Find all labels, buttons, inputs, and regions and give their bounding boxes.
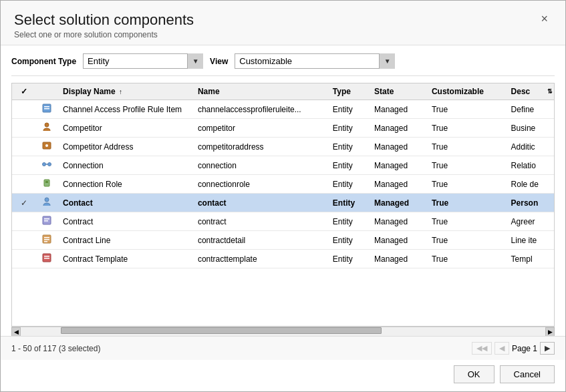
cancel-button[interactable]: Cancel bbox=[500, 365, 555, 383]
table-row[interactable]: Contract Line contractdetail Entity Mana… bbox=[12, 231, 554, 250]
dialog-title: Select solution components bbox=[14, 11, 194, 29]
name-cell: channelaccessprofileruleite... bbox=[192, 100, 327, 119]
entity-icon bbox=[41, 178, 52, 188]
svg-point-11 bbox=[45, 198, 49, 202]
row-check[interactable] bbox=[12, 175, 36, 194]
dialog-footer: 1 - 50 of 117 (3 selected) ◀◀ ◀ Page 1 ▶ bbox=[1, 336, 565, 360]
col-header-customizable[interactable]: Customizable bbox=[426, 83, 506, 100]
display-name-cell: Channel Access Profile Rule Item bbox=[57, 100, 192, 119]
row-icon bbox=[36, 212, 57, 231]
type-cell: Entity bbox=[327, 175, 369, 194]
col-header-name[interactable]: Name bbox=[192, 83, 327, 100]
svg-rect-16 bbox=[44, 237, 49, 238]
type-cell: Entity bbox=[327, 212, 369, 231]
svg-point-7 bbox=[48, 163, 51, 166]
name-cell: competitor bbox=[192, 119, 327, 138]
pagination: ◀◀ ◀ Page 1 ▶ bbox=[472, 342, 555, 355]
state-cell: Managed bbox=[369, 100, 426, 119]
customizable-cell: True bbox=[426, 194, 506, 212]
component-type-select-wrapper: Entity Attribute Form View Chart Web Res… bbox=[83, 53, 203, 69]
desc-cell: Templ bbox=[506, 250, 554, 268]
svg-point-6 bbox=[43, 163, 46, 166]
type-cell: Entity bbox=[327, 156, 369, 175]
close-button[interactable]: × bbox=[537, 11, 552, 26]
component-type-label: Component Type bbox=[11, 57, 76, 66]
scroll-thumb[interactable] bbox=[61, 327, 382, 334]
state-cell: Managed bbox=[369, 119, 426, 138]
state-cell: Managed bbox=[369, 231, 426, 250]
selected-checkmark: ✓ bbox=[21, 198, 27, 208]
entity-icon bbox=[41, 103, 52, 114]
col-header-check: ✓ bbox=[12, 83, 36, 100]
ok-button[interactable]: OK bbox=[454, 365, 494, 383]
table-row[interactable]: ✓ Contact contact Entity Managed True bbox=[12, 194, 554, 212]
horizontal-scrollbar[interactable]: ◀ ▶ bbox=[11, 327, 555, 336]
state-cell: Managed bbox=[369, 250, 426, 268]
table-row[interactable]: Contract Template contracttemplate Entit… bbox=[12, 250, 554, 268]
type-cell: Entity bbox=[327, 119, 369, 138]
svg-rect-13 bbox=[44, 218, 49, 220]
scroll-left-arrow[interactable]: ◀ bbox=[11, 327, 21, 337]
customizable-cell: True bbox=[426, 119, 506, 138]
table-container: ✓ Display Name ↑ Name Type State Customi… bbox=[11, 83, 555, 327]
display-name-cell: Competitor bbox=[57, 119, 192, 138]
row-check[interactable] bbox=[12, 156, 36, 175]
row-icon bbox=[36, 100, 57, 119]
table-row[interactable]: Competitor Address competitoraddress Ent… bbox=[12, 138, 554, 156]
type-cell: Entity bbox=[327, 138, 369, 156]
row-check[interactable] bbox=[12, 138, 36, 156]
desc-cell: Additic bbox=[506, 138, 554, 156]
row-check[interactable] bbox=[12, 100, 36, 119]
entity-icon bbox=[41, 159, 52, 170]
first-page-button[interactable]: ◀◀ bbox=[472, 342, 492, 355]
table-row[interactable]: Connection Role connectionrole Entity Ma… bbox=[12, 175, 554, 194]
row-check[interactable] bbox=[12, 231, 36, 250]
desc-sort-arrows[interactable]: ⇅ bbox=[547, 83, 554, 100]
col-header-state[interactable]: State bbox=[369, 83, 426, 100]
table-row[interactable]: Competitor competitor Entity Managed Tru… bbox=[12, 119, 554, 138]
row-check[interactable] bbox=[12, 250, 36, 268]
name-cell: contractdetail bbox=[192, 231, 327, 250]
name-cell: connectionrole bbox=[192, 175, 327, 194]
row-check[interactable] bbox=[12, 119, 36, 138]
customizable-cell: True bbox=[426, 156, 506, 175]
row-check[interactable]: ✓ bbox=[12, 194, 36, 212]
view-select[interactable]: Customizable All Managed Unmanaged bbox=[235, 53, 395, 69]
table-row[interactable]: Channel Access Profile Rule Item channel… bbox=[12, 100, 554, 119]
table-row[interactable]: Connection connection Entity Managed Tru… bbox=[12, 156, 554, 175]
svg-rect-1 bbox=[44, 106, 49, 108]
state-cell: Managed bbox=[369, 138, 426, 156]
component-type-select[interactable]: Entity Attribute Form View Chart Web Res… bbox=[83, 53, 203, 69]
col-header-type[interactable]: Type bbox=[327, 83, 369, 100]
customizable-cell: True bbox=[426, 175, 506, 194]
table-row[interactable]: Contract contract Entity Managed True Ag… bbox=[12, 212, 554, 231]
view-label: View bbox=[210, 57, 228, 66]
dialog-subtitle: Select one or more solution components bbox=[14, 30, 194, 39]
svg-rect-21 bbox=[44, 258, 49, 259]
row-icon bbox=[36, 138, 57, 156]
name-cell: connection bbox=[192, 156, 327, 175]
state-cell: Managed bbox=[369, 175, 426, 194]
state-cell: Managed bbox=[369, 194, 426, 212]
display-name-cell: Connection bbox=[57, 156, 192, 175]
prev-page-button[interactable]: ◀ bbox=[494, 342, 509, 355]
entity-icon bbox=[41, 196, 52, 207]
col-header-icon bbox=[36, 83, 57, 100]
entity-icon bbox=[41, 122, 52, 132]
components-table: ✓ Display Name ↑ Name Type State Customi… bbox=[12, 83, 554, 268]
name-cell: contact bbox=[192, 194, 327, 212]
desc-cell: Line ite bbox=[506, 231, 554, 250]
row-check[interactable] bbox=[12, 212, 36, 231]
name-cell: contract bbox=[192, 212, 327, 231]
scroll-right-arrow[interactable]: ▶ bbox=[545, 327, 555, 337]
select-solution-components-dialog: Select solution components Select one or… bbox=[0, 0, 566, 392]
type-cell: Entity bbox=[327, 194, 369, 212]
row-icon bbox=[36, 250, 57, 268]
view-select-wrapper: Customizable All Managed Unmanaged ▼ bbox=[235, 53, 395, 69]
svg-point-5 bbox=[45, 144, 48, 147]
next-page-button[interactable]: ▶ bbox=[540, 342, 555, 355]
customizable-cell: True bbox=[426, 138, 506, 156]
col-header-display-name[interactable]: Display Name ↑ bbox=[57, 83, 192, 100]
table-header: ✓ Display Name ↑ Name Type State Customi… bbox=[12, 83, 554, 100]
name-cell: competitoraddress bbox=[192, 138, 327, 156]
